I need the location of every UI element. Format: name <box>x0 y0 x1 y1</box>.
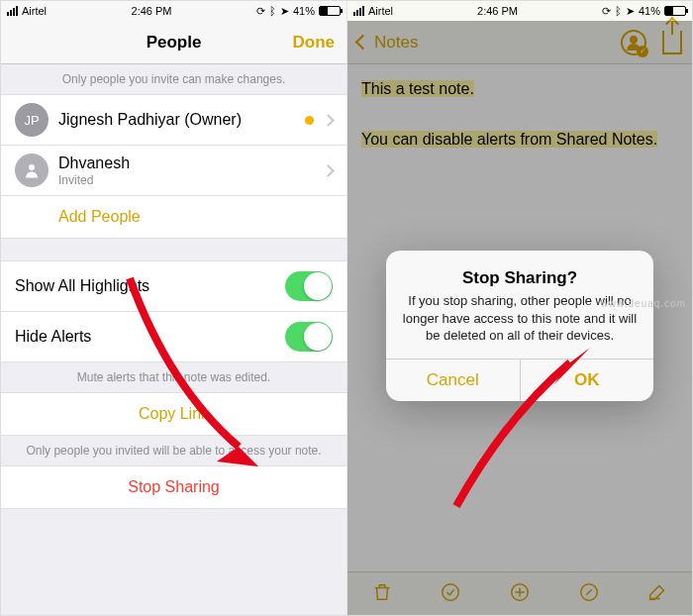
person-row-invitee[interactable]: Dhvanesh Invited <box>1 146 346 196</box>
mute-hint: Mute alerts that this note was edited. <box>1 362 346 392</box>
hide-alerts-toggle[interactable] <box>285 322 333 352</box>
watermark: www.deuaq.com <box>601 298 686 309</box>
invite-hint: Only people you invite can make changes. <box>1 64 346 94</box>
add-people-button[interactable]: Add People <box>1 196 346 239</box>
nav-bar: People Done <box>1 21 346 64</box>
back-button[interactable]: Notes <box>374 33 418 52</box>
chevron-right-icon <box>322 114 335 127</box>
hide-alerts-row: Hide Alerts <box>1 312 346 362</box>
show-highlights-toggle[interactable] <box>285 271 333 301</box>
share-icon[interactable] <box>662 31 682 54</box>
nav-bar: Notes ✓ <box>347 21 692 64</box>
row-label: Hide Alerts <box>15 328 91 346</box>
status-bar: Airtel 2:46 PM ⟳ ᛒ ➤ 41% <box>1 1 346 21</box>
access-hint: Only people you invited will be able to … <box>1 436 346 465</box>
bluetooth-icon: ᛒ <box>615 5 622 17</box>
rotation-lock-icon: ⟳ <box>256 5 265 18</box>
compose-icon[interactable] <box>646 581 668 607</box>
battery-pct: 41% <box>639 5 660 17</box>
note-line: You can disable alerts from Shared Notes… <box>361 131 657 148</box>
copy-link-button[interactable]: Copy Link <box>1 392 346 436</box>
battery-pct: 41% <box>293 5 315 17</box>
show-highlights-row: Show All Highlights <box>1 260 346 312</box>
bottom-toolbar <box>347 571 692 615</box>
svg-point-2 <box>443 583 459 600</box>
clock: 2:46 PM <box>132 5 172 17</box>
avatar <box>15 154 49 187</box>
rotation-lock-icon: ⟳ <box>602 5 611 18</box>
checklist-icon[interactable] <box>440 581 461 607</box>
alert-title: Stop Sharing? <box>402 268 638 288</box>
done-button[interactable]: Done <box>293 33 336 52</box>
person-name: Dhvanesh <box>58 154 314 172</box>
carrier-label: Airtel <box>22 5 47 17</box>
svg-point-0 <box>29 164 35 170</box>
stop-sharing-alert: Stop Sharing? If you stop sharing, other… <box>386 251 653 401</box>
battery-icon <box>319 6 341 16</box>
clock: 2:46 PM <box>477 5 518 17</box>
note-line: This a test note. <box>361 80 474 97</box>
signal-icon <box>353 6 364 16</box>
location-icon: ➤ <box>280 5 289 18</box>
avatar: JP <box>15 103 49 137</box>
row-label: Show All Highlights <box>15 277 149 295</box>
back-chevron-icon[interactable] <box>355 35 371 51</box>
draw-icon[interactable] <box>578 581 600 607</box>
add-icon[interactable] <box>509 581 531 607</box>
carrier-label: Airtel <box>368 5 393 17</box>
person-name: Jignesh Padhiyar (Owner) <box>58 111 295 129</box>
shared-people-icon[interactable]: ✓ <box>621 30 646 55</box>
battery-icon <box>664 6 686 16</box>
location-icon: ➤ <box>626 5 635 18</box>
owner-dot-icon <box>305 116 314 125</box>
bluetooth-icon: ᛒ <box>269 5 276 17</box>
person-status: Invited <box>58 173 314 187</box>
stop-sharing-button[interactable]: Stop Sharing <box>1 465 346 509</box>
page-title: People <box>147 33 202 52</box>
note-body[interactable]: This a test note. You can disable alerts… <box>347 64 692 164</box>
chevron-right-icon <box>322 164 335 177</box>
status-bar: Airtel 2:46 PM ⟳ ᛒ ➤ 41% <box>347 1 692 21</box>
alert-ok-button[interactable]: OK <box>520 359 654 401</box>
alert-cancel-button[interactable]: Cancel <box>386 359 520 401</box>
trash-icon[interactable] <box>371 581 393 607</box>
signal-icon <box>7 6 18 16</box>
person-row-owner[interactable]: JP Jignesh Padhiyar (Owner) <box>1 94 346 146</box>
